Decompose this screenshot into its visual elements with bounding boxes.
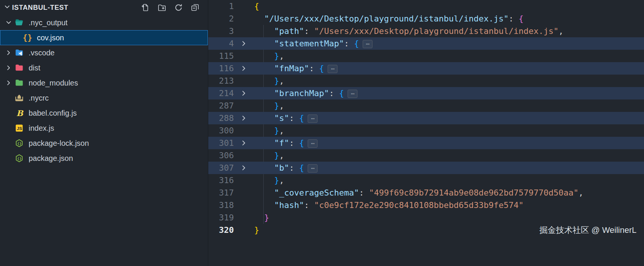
code-line-288[interactable]: 288 "s": {⋯ bbox=[208, 112, 644, 124]
code-line-213[interactable]: 213 }, bbox=[208, 75, 644, 87]
fold-spacer bbox=[237, 149, 250, 162]
js-icon: JS bbox=[14, 123, 24, 133]
line-number: 307 bbox=[208, 162, 237, 174]
chevron-down-icon bbox=[4, 3, 11, 12]
code-line-319[interactable]: 319 } bbox=[208, 211, 644, 224]
line-number: 316 bbox=[208, 174, 237, 187]
code-text: }, bbox=[250, 174, 284, 187]
code-line-307[interactable]: 307 "b": {⋯ bbox=[208, 162, 644, 174]
line-number: 1 bbox=[208, 0, 237, 12]
line-number: 317 bbox=[208, 187, 237, 199]
code-line-301[interactable]: 301 "f": {⋯ bbox=[208, 137, 644, 149]
code-text: }, bbox=[250, 50, 284, 62]
tree-item-babel-config-js[interactable]: Bbabel.config.js bbox=[0, 105, 208, 121]
code-text: "/Users/xxx/Desktop/playground/istanbul/… bbox=[250, 12, 523, 25]
chevron-spacer bbox=[11, 30, 23, 45]
chevron-right-icon[interactable] bbox=[3, 75, 14, 90]
collapse-all-icon bbox=[191, 3, 199, 12]
code-line-317[interactable]: 317 "_coverageSchema": "499f69c89b72914a… bbox=[208, 187, 644, 199]
fold-spacer bbox=[237, 12, 250, 25]
code-line-2[interactable]: 2 "/Users/xxx/Desktop/playground/istanbu… bbox=[208, 12, 644, 25]
tree-item-label: node_modules bbox=[29, 79, 78, 87]
new-folder-button[interactable] bbox=[157, 3, 166, 12]
folded-code-badge[interactable]: ⋯ bbox=[328, 65, 337, 73]
refresh-explorer-button[interactable] bbox=[174, 3, 183, 12]
folded-code-badge[interactable]: ⋯ bbox=[363, 40, 372, 48]
fold-chevron-right-icon[interactable] bbox=[237, 62, 250, 75]
explorer-section-header[interactable]: ISTANBUL-TEST bbox=[0, 0, 208, 15]
vscode-window: ISTANBUL-TEST .nyc_output{}cov.json.vsco… bbox=[0, 0, 644, 266]
folder-icon bbox=[14, 63, 24, 73]
tree-item-label: babel.config.js bbox=[29, 109, 77, 118]
fold-spacer bbox=[237, 75, 250, 87]
fold-spacer bbox=[237, 199, 250, 211]
chevron-spacer bbox=[3, 105, 14, 121]
code-line-1[interactable]: 1{ bbox=[208, 0, 644, 12]
tree-item-node-modules[interactable]: node_modules bbox=[0, 75, 208, 90]
folded-code-badge[interactable]: ⋯ bbox=[308, 115, 317, 123]
tree-item-nycrc[interactable]: .nycrc bbox=[0, 90, 208, 105]
chevron-down-icon[interactable] bbox=[3, 15, 14, 30]
code-lines: 1{2 "/Users/xxx/Desktop/playground/istan… bbox=[208, 0, 644, 236]
line-number: 213 bbox=[208, 75, 237, 87]
tree-item-package-json[interactable]: {}package.json bbox=[0, 151, 208, 166]
code-line-116[interactable]: 116 "fnMap": {⋯ bbox=[208, 62, 644, 75]
code-text: { bbox=[250, 0, 259, 12]
folded-code-badge[interactable]: ⋯ bbox=[308, 164, 317, 173]
fold-spacer bbox=[237, 187, 250, 199]
tree-item-label: cov.json bbox=[37, 34, 64, 42]
fold-chevron-right-icon[interactable] bbox=[237, 37, 250, 50]
tree-item-label: .vscode bbox=[29, 49, 55, 57]
code-line-316[interactable]: 316 }, bbox=[208, 174, 644, 187]
new-folder-icon bbox=[158, 3, 166, 12]
new-file-button[interactable] bbox=[141, 3, 150, 12]
file-tree: .nyc_output{}cov.json.vscodedistnode_mod… bbox=[0, 15, 208, 166]
tree-item-package-lock-json[interactable]: {}package-lock.json bbox=[0, 136, 208, 151]
code-line-287[interactable]: 287 }, bbox=[208, 99, 644, 112]
code-line-3[interactable]: 3 "path": "/Users/xxx/Desktop/playground… bbox=[208, 25, 644, 37]
line-number: 300 bbox=[208, 124, 237, 137]
tree-item-cov-json[interactable]: {}cov.json bbox=[0, 30, 208, 45]
fold-spacer bbox=[237, 174, 250, 187]
chevron-right-icon[interactable] bbox=[3, 45, 14, 60]
svg-text:B: B bbox=[17, 109, 24, 118]
code-text: "b": {⋯ bbox=[250, 162, 317, 174]
folded-code-badge[interactable]: ⋯ bbox=[348, 90, 357, 98]
line-number: 319 bbox=[208, 211, 237, 224]
code-line-214[interactable]: 214 "branchMap": {⋯ bbox=[208, 87, 644, 99]
chevron-spacer bbox=[3, 121, 14, 136]
code-line-4[interactable]: 4 "statementMap": {⋯ bbox=[208, 37, 644, 50]
fold-chevron-right-icon[interactable] bbox=[237, 87, 250, 99]
line-number: 306 bbox=[208, 149, 237, 162]
collapse-folders-button[interactable] bbox=[191, 3, 200, 12]
tree-item-nyc-output[interactable]: .nyc_output bbox=[0, 15, 208, 30]
code-line-306[interactable]: 306 }, bbox=[208, 149, 644, 162]
code-line-300[interactable]: 300 }, bbox=[208, 124, 644, 137]
line-number: 116 bbox=[208, 62, 237, 75]
fold-spacer bbox=[237, 124, 250, 137]
tree-item-vscode[interactable]: .vscode bbox=[0, 45, 208, 60]
node-hex-icon: {} bbox=[14, 138, 24, 148]
code-text: }, bbox=[250, 149, 284, 162]
fold-chevron-right-icon[interactable] bbox=[237, 162, 250, 174]
code-text: } bbox=[250, 211, 269, 224]
line-number: 4 bbox=[208, 37, 237, 50]
fold-chevron-right-icon[interactable] bbox=[237, 137, 250, 149]
tree-item-label: package.json bbox=[29, 154, 73, 163]
fold-spacer bbox=[237, 224, 250, 236]
code-line-318[interactable]: 318 "hash": "c0e9cf172e2e290c8410108bbeb… bbox=[208, 199, 644, 211]
tree-item-index-js[interactable]: JSindex.js bbox=[0, 121, 208, 136]
fold-spacer bbox=[237, 99, 250, 112]
code-text: }, bbox=[250, 75, 284, 87]
fold-chevron-right-icon[interactable] bbox=[237, 112, 250, 124]
tree-item-dist[interactable]: dist bbox=[0, 60, 208, 75]
tree-item-label: .nycrc bbox=[29, 94, 49, 102]
chevron-right-icon[interactable] bbox=[3, 60, 14, 75]
chevron-spacer bbox=[3, 90, 14, 105]
folded-code-badge[interactable]: ⋯ bbox=[308, 139, 317, 148]
code-line-115[interactable]: 115 }, bbox=[208, 50, 644, 62]
chevron-spacer bbox=[3, 136, 14, 151]
line-number: 214 bbox=[208, 87, 237, 99]
editor-pane[interactable]: 1{2 "/Users/xxx/Desktop/playground/istan… bbox=[208, 0, 644, 266]
tree-item-label: dist bbox=[29, 64, 40, 72]
